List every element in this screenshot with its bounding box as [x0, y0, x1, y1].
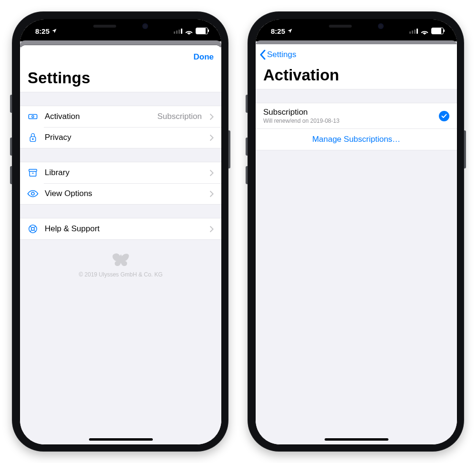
location-icon — [287, 27, 293, 35]
screen: 8:25 Done Settings — [20, 19, 222, 445]
wifi-icon — [421, 28, 428, 34]
home-indicator[interactable] — [89, 438, 153, 441]
chevron-right-icon — [209, 134, 214, 141]
copyright: © 2019 Ulysses GmbH & Co. KG — [20, 271, 221, 278]
ticket-icon — [27, 111, 39, 122]
notch — [310, 20, 403, 33]
status-time: 8:25 — [271, 27, 285, 35]
status-time: 8:25 — [35, 27, 50, 35]
cellular-icon — [409, 29, 418, 34]
settings-group: Help & Support — [20, 218, 221, 240]
back-button[interactable]: Settings — [259, 49, 296, 60]
location-icon — [51, 27, 57, 35]
manage-subscriptions-button[interactable]: Manage Subscriptions… — [256, 128, 457, 150]
row-label: Library — [45, 168, 69, 177]
battery-icon — [196, 28, 208, 34]
settings-group: Activation Subscription Privacy — [20, 106, 221, 148]
checkmark-icon — [439, 111, 449, 121]
row-privacy[interactable]: Privacy — [20, 127, 221, 148]
lifebuoy-icon — [27, 224, 39, 234]
row-label: Help & Support — [45, 224, 99, 234]
subscription-row[interactable]: Subscription Will renew/end on 2019-08-1… — [256, 103, 457, 128]
row-label: Privacy — [45, 133, 71, 142]
archive-icon — [27, 168, 39, 177]
page-title: Activation — [263, 66, 449, 84]
subscription-title: Subscription — [263, 108, 439, 117]
page-title: Settings — [28, 69, 214, 87]
navbar: Done — [20, 45, 221, 69]
lock-icon — [27, 132, 39, 143]
subscription-subtitle: Will renew/end on 2019-08-13 — [263, 118, 439, 124]
settings-group: Library View Options — [20, 162, 221, 205]
svg-point-7 — [31, 227, 34, 230]
svg-rect-4 — [29, 169, 37, 172]
activation-screen: Settings Activation Subscription Will re… — [256, 44, 457, 444]
row-help[interactable]: Help & Support — [20, 218, 221, 239]
navbar: Settings Activation — [256, 44, 457, 89]
chevron-right-icon — [209, 113, 214, 120]
wifi-icon — [185, 28, 193, 34]
svg-rect-0 — [29, 114, 37, 118]
svg-point-3 — [32, 138, 33, 139]
row-library[interactable]: Library — [20, 162, 221, 183]
back-label: Settings — [267, 50, 296, 59]
svg-point-5 — [31, 192, 34, 195]
row-label: Activation — [45, 112, 80, 121]
notch — [74, 20, 168, 33]
home-indicator[interactable] — [325, 438, 388, 441]
settings-sheet: Done Settings Activation Subscription — [20, 45, 221, 444]
chevron-right-icon — [209, 169, 214, 177]
done-button[interactable]: Done — [194, 52, 214, 62]
chevron-right-icon — [209, 190, 214, 197]
row-view-options[interactable]: View Options — [20, 183, 221, 204]
cellular-icon — [174, 29, 182, 34]
device-left: 8:25 Done Settings — [12, 11, 228, 452]
row-label: View Options — [45, 189, 92, 198]
row-activation[interactable]: Activation Subscription — [20, 106, 221, 127]
footer: © 2019 Ulysses GmbH & Co. KG — [20, 252, 221, 278]
device-right: 8:25 Settings — [248, 11, 464, 452]
screen: 8:25 Settings — [255, 19, 457, 445]
eye-icon — [27, 190, 39, 197]
row-detail: Subscription — [157, 112, 202, 121]
page-title-wrap: Settings — [20, 69, 221, 92]
chevron-right-icon — [209, 226, 214, 233]
butterfly-icon — [20, 252, 221, 268]
svg-point-1 — [32, 116, 34, 118]
battery-icon — [431, 28, 444, 34]
